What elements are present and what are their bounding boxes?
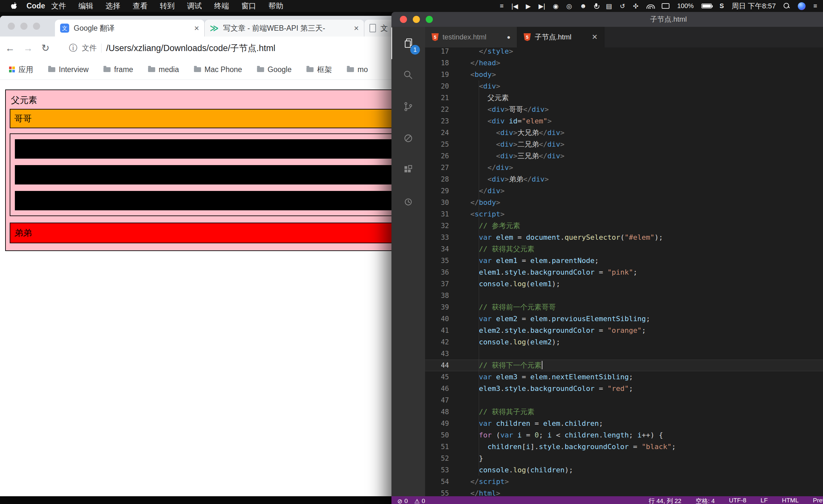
menubar-menu[interactable]: 调试 bbox=[181, 1, 208, 11]
code-line[interactable]: 27 </div> bbox=[425, 162, 823, 174]
minimize-window-button[interactable] bbox=[413, 16, 420, 23]
problems-warnings[interactable]: ⚠ 0 bbox=[415, 498, 426, 504]
code-line[interactable]: 29 </div> bbox=[425, 185, 823, 197]
skip-back-icon[interactable]: |◀ bbox=[511, 2, 518, 10]
browser-tab[interactable]: 文Google 翻译× bbox=[55, 20, 204, 36]
code-line[interactable]: 35 var elem1 = elem.parentNode; bbox=[425, 255, 823, 267]
menubar-menu[interactable]: 窗口 bbox=[235, 1, 263, 11]
camera-icon[interactable]: ◉ bbox=[553, 2, 558, 10]
code-line[interactable]: 47 bbox=[425, 395, 823, 406]
microphone-icon[interactable] bbox=[594, 3, 598, 9]
code-line[interactable]: 39 // 获得前一个元素哥哥 bbox=[425, 301, 823, 313]
menubar-menu[interactable]: 文件 bbox=[45, 1, 72, 11]
bookmark-item[interactable]: Mac Phone bbox=[194, 65, 242, 74]
play-icon[interactable]: ▶ bbox=[526, 2, 531, 10]
code-line[interactable]: 51 children[i].style.backgroundColor = "… bbox=[425, 441, 823, 453]
code-line[interactable]: 42 console.log(elem2); bbox=[425, 336, 823, 348]
back-icon[interactable]: ← bbox=[5, 43, 15, 54]
battery-icon[interactable] bbox=[701, 4, 712, 8]
notification-center-icon[interactable]: ≡ bbox=[813, 2, 817, 10]
search-icon[interactable] bbox=[391, 59, 425, 91]
code-line[interactable]: 22 <div>哥哥</div> bbox=[425, 104, 823, 115]
code-line[interactable]: 48 // 获得其子元素 bbox=[425, 406, 823, 418]
zoom-window-button[interactable] bbox=[426, 16, 433, 23]
bookmark-item[interactable]: media bbox=[148, 65, 179, 74]
code-line[interactable]: 18</head> bbox=[425, 57, 823, 69]
tab-close-icon[interactable]: × bbox=[194, 23, 199, 33]
menubar-menu[interactable]: 选择 bbox=[100, 1, 127, 11]
code-line[interactable]: 46 elem3.style.backgroundColor = "red"; bbox=[425, 383, 823, 395]
list-icon[interactable]: ≡ bbox=[500, 2, 504, 10]
tab-close-icon[interactable]: ✕ bbox=[592, 33, 598, 41]
code-line[interactable]: 43 bbox=[425, 348, 823, 359]
bookmark-item[interactable]: mo bbox=[347, 65, 368, 74]
bookmark-item[interactable]: 框架 bbox=[306, 65, 332, 75]
code-line[interactable]: 33 var elem = document.querySelector("#e… bbox=[425, 232, 823, 243]
code-line[interactable]: 40 var elem2 = elem.previousElementSibli… bbox=[425, 313, 823, 325]
code-line[interactable]: 17 </style> bbox=[425, 47, 823, 57]
menubar-menu[interactable]: 转到 bbox=[154, 1, 181, 11]
code-line[interactable]: 53 console.log(children); bbox=[425, 464, 823, 476]
statusbar-item[interactable]: HTML bbox=[782, 497, 799, 504]
statusbar-item[interactable]: LF bbox=[761, 497, 768, 504]
browser-tab[interactable]: ≫写文章 - 前端WEB-API 第三天-× bbox=[204, 20, 364, 36]
code-editor[interactable]: 17 </style>18</head>19<body>20 <div>21 父… bbox=[425, 47, 823, 504]
tab-close-icon[interactable]: × bbox=[354, 23, 359, 33]
code-line[interactable]: 26 <div>三兄弟</div> bbox=[425, 150, 823, 162]
bookmark-item[interactable]: Google bbox=[257, 65, 292, 74]
reload-icon[interactable]: ↻ bbox=[41, 42, 49, 54]
ring-icon[interactable]: ◎ bbox=[566, 2, 572, 10]
time-machine-icon[interactable]: ↺ bbox=[620, 2, 625, 10]
code-line[interactable]: 24 <div>大兄弟</div> bbox=[425, 127, 823, 139]
menubar-app-name[interactable]: Code bbox=[26, 2, 45, 10]
explorer-icon[interactable]: 1 bbox=[391, 27, 425, 59]
emoji-icon[interactable]: ☻ bbox=[580, 2, 587, 10]
zoom-window-button[interactable] bbox=[33, 23, 40, 30]
code-line[interactable]: 44 // 获得下一个元素 bbox=[425, 359, 823, 371]
statusbar-item[interactable]: Prettier bbox=[813, 497, 823, 504]
statusbar-item[interactable]: 行 44, 列 22 bbox=[648, 497, 681, 504]
menubar-clock[interactable]: 周日 下午8:57 bbox=[731, 1, 776, 11]
menubar-menu[interactable]: 查看 bbox=[127, 1, 154, 11]
keyboard-icon[interactable]: ▤ bbox=[606, 2, 612, 10]
code-line[interactable]: 32 // 参考元素 bbox=[425, 220, 823, 232]
code-line[interactable]: 50 for (var i = 0; i < children.length; … bbox=[425, 429, 823, 441]
bookmark-item[interactable]: frame bbox=[104, 65, 133, 74]
close-window-button[interactable] bbox=[8, 23, 15, 30]
code-line[interactable]: 19<body> bbox=[425, 69, 823, 80]
display-icon[interactable] bbox=[662, 3, 669, 9]
editor-tab[interactable]: 5子节点.html✕ bbox=[517, 27, 605, 47]
menubar-menu[interactable]: 编辑 bbox=[72, 1, 100, 11]
menubar-menu[interactable]: 终端 bbox=[208, 1, 235, 11]
code-line[interactable]: 52 } bbox=[425, 453, 823, 464]
forward-icon[interactable]: → bbox=[23, 43, 33, 54]
debug-icon[interactable] bbox=[391, 122, 425, 154]
bookmark-item[interactable]: 应用 bbox=[9, 65, 33, 75]
statusbar-item[interactable]: UTF-8 bbox=[729, 497, 747, 504]
address-bar[interactable]: ⓘ 文件 /Users/xzliang/Downloads/code/子节点.h… bbox=[58, 42, 447, 54]
code-line[interactable]: 25 <div>二兄弟</div> bbox=[425, 139, 823, 150]
editor-tab[interactable]: 5testindex.html● bbox=[425, 27, 517, 47]
menubar-menu[interactable]: 帮助 bbox=[263, 1, 290, 11]
code-line[interactable]: 36 elem1.style.backgroundColor = "pink"; bbox=[425, 267, 823, 278]
skip-forward-icon[interactable]: ▶| bbox=[538, 2, 545, 10]
code-line[interactable]: 34 // 获得其父元素 bbox=[425, 243, 823, 255]
statusbar-item[interactable]: 空格: 4 bbox=[696, 497, 715, 504]
url-text[interactable]: /Users/xzliang/Downloads/code/子节点.html bbox=[106, 42, 276, 54]
code-line[interactable]: 37 console.log(elem1); bbox=[425, 278, 823, 290]
code-line[interactable]: 23 <div id="elem"> bbox=[425, 115, 823, 127]
code-line[interactable]: 38 bbox=[425, 290, 823, 301]
close-window-button[interactable] bbox=[400, 16, 407, 23]
problems-errors[interactable]: ⊘ 0 bbox=[397, 498, 408, 504]
spotlight-search-icon[interactable] bbox=[784, 3, 790, 9]
clock-extension-icon[interactable] bbox=[391, 186, 425, 217]
page-info-icon[interactable]: ⓘ bbox=[69, 42, 77, 54]
code-line[interactable]: 21 父元素 bbox=[425, 92, 823, 104]
extensions-icon[interactable] bbox=[391, 154, 425, 186]
code-line[interactable]: 54</script> bbox=[425, 476, 823, 488]
code-line[interactable]: 49 var children = elem.children; bbox=[425, 418, 823, 429]
siri-icon[interactable] bbox=[798, 2, 806, 10]
s-app-icon[interactable]: S bbox=[719, 2, 724, 10]
apple-menu-icon[interactable] bbox=[11, 2, 17, 10]
code-line[interactable]: 30</body> bbox=[425, 197, 823, 208]
